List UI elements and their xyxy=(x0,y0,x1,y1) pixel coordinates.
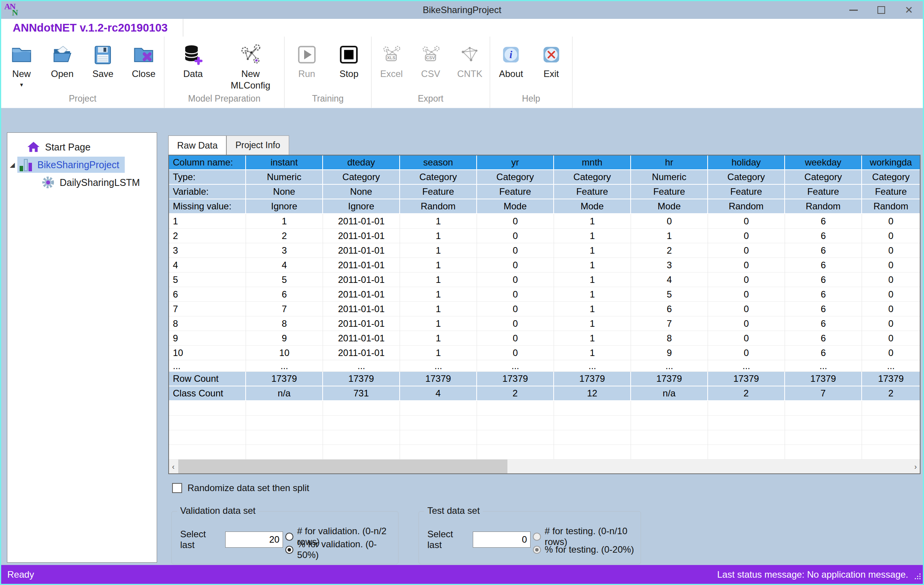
grid-row-header[interactable]: 6 xyxy=(169,287,246,302)
grid-cell[interactable]: 0 xyxy=(862,243,920,258)
grid-cell[interactable]: 0 xyxy=(477,229,554,243)
tab-project-info[interactable]: Project Info xyxy=(226,135,289,155)
grid-cell[interactable] xyxy=(246,416,323,430)
grid-cell[interactable] xyxy=(477,416,554,430)
grid-cell[interactable]: 2011-01-01 xyxy=(323,346,400,360)
grid-cell[interactable]: 6 xyxy=(785,258,862,272)
close-button[interactable]: ✕ xyxy=(895,1,923,19)
grid-cell[interactable]: Category xyxy=(400,170,477,185)
grid-cell[interactable]: 17379 xyxy=(631,372,708,386)
grid-cell[interactable]: 5 xyxy=(246,272,323,287)
grid-cell[interactable]: Feature xyxy=(554,185,631,199)
grid-cell[interactable]: 1 xyxy=(554,272,631,287)
grid-row-header[interactable]: 8 xyxy=(169,316,246,331)
exit-button[interactable]: Exit xyxy=(532,40,571,91)
grid-cell[interactable]: 0 xyxy=(477,287,554,302)
grid-cell[interactable] xyxy=(554,416,631,430)
grid-cell[interactable]: 0 xyxy=(708,346,785,360)
grid-cell[interactable]: 0 xyxy=(477,302,554,316)
grid-cell[interactable]: 1 xyxy=(400,229,477,243)
grid-cell[interactable]: 0 xyxy=(708,229,785,243)
grid-cell[interactable] xyxy=(477,430,554,445)
grid-cell[interactable]: 0 xyxy=(477,346,554,360)
grid-cell[interactable] xyxy=(400,401,477,416)
grid-cell[interactable]: dteday xyxy=(323,155,400,170)
grid-cell[interactable]: 2011-01-01 xyxy=(323,287,400,302)
grid-row-header[interactable]: ... xyxy=(169,360,246,372)
grid-cell[interactable]: Category xyxy=(708,170,785,185)
grid-cell[interactable]: 1 xyxy=(554,331,631,346)
sidebar-item-mlconfig[interactable]: DailySharingLSTM xyxy=(7,174,157,191)
tab-raw-data[interactable]: Raw Data xyxy=(168,135,226,155)
about-button[interactable]: i About xyxy=(492,40,530,91)
grid-cell[interactable]: None xyxy=(246,185,323,199)
grid-row-header[interactable] xyxy=(169,416,246,430)
grid-cell[interactable]: 0 xyxy=(477,214,554,229)
grid-cell[interactable]: 1 xyxy=(400,302,477,316)
grid-cell[interactable]: 1 xyxy=(400,287,477,302)
app-version-tab[interactable]: ANNdotNET v.1.2-rc20190103 xyxy=(1,19,183,37)
grid-cell[interactable]: 17379 xyxy=(708,372,785,386)
grid-cell[interactable]: 2 xyxy=(631,243,708,258)
grid-cell[interactable]: 6 xyxy=(785,316,862,331)
grid-cell[interactable]: Mode xyxy=(631,199,708,214)
grid-cell[interactable]: ... xyxy=(785,360,862,372)
open-button[interactable]: Open xyxy=(42,40,83,91)
grid-cell[interactable]: 1 xyxy=(400,346,477,360)
new-mlconfig-button[interactable]: New MLConfig xyxy=(222,40,280,91)
grid-cell[interactable]: 17379 xyxy=(246,372,323,386)
grid-cell[interactable]: 12 xyxy=(554,386,631,401)
grid-cell[interactable]: Category xyxy=(785,170,862,185)
grid-cell[interactable]: ... xyxy=(246,360,323,372)
grid-cell[interactable]: 17379 xyxy=(400,372,477,386)
grid-row-header[interactable]: Row Count xyxy=(169,372,246,386)
grid-row-header[interactable] xyxy=(169,445,246,460)
grid-cell[interactable]: 0 xyxy=(708,287,785,302)
grid-cell[interactable]: 4 xyxy=(246,258,323,272)
tree-expander-icon[interactable]: ◢ xyxy=(7,161,17,169)
horizontal-scrollbar[interactable]: ‹ › xyxy=(169,460,920,473)
grid-cell[interactable]: 2 xyxy=(862,386,920,401)
grid-cell[interactable]: 6 xyxy=(785,272,862,287)
sidebar-item-project[interactable]: ◢ BikeSharingProject xyxy=(7,156,157,174)
grid-cell[interactable]: Feature xyxy=(862,185,920,199)
grid-cell[interactable] xyxy=(554,401,631,416)
data-button[interactable]: Data xyxy=(169,40,217,91)
close-project-button[interactable]: Close xyxy=(123,40,164,91)
grid-cell[interactable] xyxy=(400,430,477,445)
grid-cell[interactable]: Feature xyxy=(708,185,785,199)
grid-cell[interactable]: 6 xyxy=(785,229,862,243)
grid-cell[interactable]: 2 xyxy=(246,229,323,243)
grid-cell[interactable]: 6 xyxy=(785,287,862,302)
grid-cell[interactable]: mnth xyxy=(554,155,631,170)
grid-cell[interactable] xyxy=(323,445,400,460)
grid-cell[interactable]: 0 xyxy=(862,302,920,316)
grid-row-header[interactable]: 4 xyxy=(169,258,246,272)
grid-cell[interactable]: 0 xyxy=(477,243,554,258)
grid-cell[interactable]: 1 xyxy=(554,302,631,316)
grid-cell[interactable]: n/a xyxy=(631,386,708,401)
grid-cell[interactable]: Category xyxy=(323,170,400,185)
grid-cell[interactable]: Feature xyxy=(400,185,477,199)
grid-cell[interactable]: Ignore xyxy=(323,199,400,214)
radio-checked-icon[interactable] xyxy=(285,546,293,554)
grid-cell[interactable] xyxy=(785,445,862,460)
grid-cell[interactable]: 0 xyxy=(477,272,554,287)
grid-cell[interactable]: Category xyxy=(477,170,554,185)
grid-cell[interactable]: Numeric xyxy=(631,170,708,185)
grid-cell[interactable] xyxy=(862,416,920,430)
grid-row-header[interactable]: 1 xyxy=(169,214,246,229)
grid-row-header[interactable]: Missing value: xyxy=(169,199,246,214)
grid-cell[interactable] xyxy=(708,445,785,460)
grid-cell[interactable]: 17379 xyxy=(323,372,400,386)
grid-cell[interactable] xyxy=(785,401,862,416)
grid-cell[interactable] xyxy=(785,430,862,445)
grid-cell[interactable]: 2011-01-01 xyxy=(323,331,400,346)
grid-cell[interactable]: workingda xyxy=(862,155,920,170)
grid-cell[interactable]: 0 xyxy=(631,214,708,229)
grid-cell[interactable]: weekday xyxy=(785,155,862,170)
grid-cell[interactable]: Feature xyxy=(477,185,554,199)
grid-cell[interactable]: 0 xyxy=(708,214,785,229)
grid-cell[interactable]: ... xyxy=(554,360,631,372)
grid-cell[interactable]: 731 xyxy=(323,386,400,401)
